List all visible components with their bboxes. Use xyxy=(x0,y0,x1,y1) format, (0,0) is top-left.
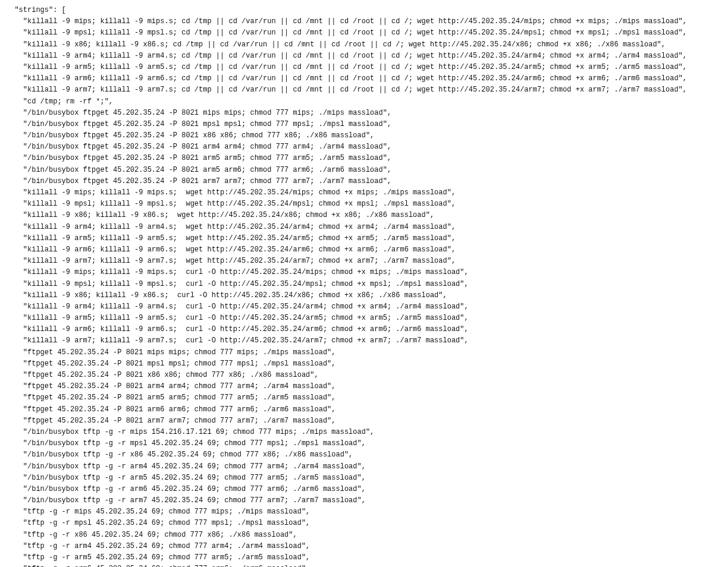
json-code-block: "strings": [ "killall -9 mips; killall -… xyxy=(0,0,728,567)
